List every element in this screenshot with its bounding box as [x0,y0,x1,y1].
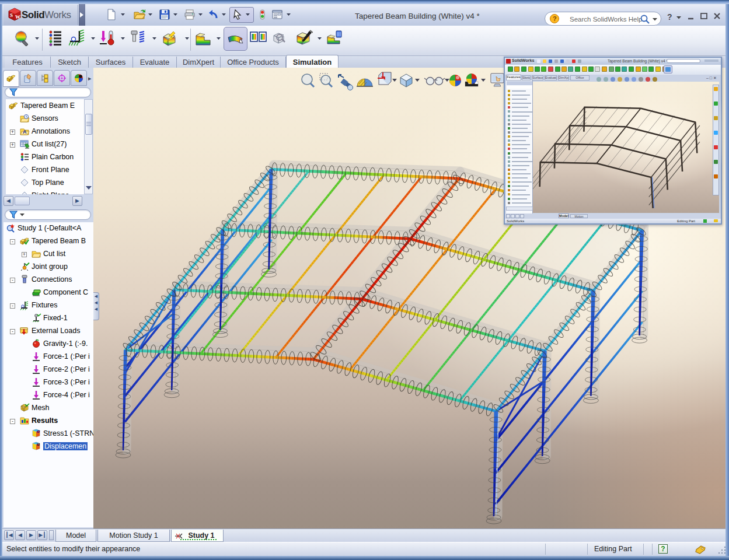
svg-text:S: S [10,12,13,18]
svg-text:σ: σ [37,429,40,434]
svg-text:W: W [15,14,20,20]
svg-text:u: u [37,442,40,447]
svg-text:A: A [23,129,27,135]
svg-text:?: ? [553,15,557,22]
